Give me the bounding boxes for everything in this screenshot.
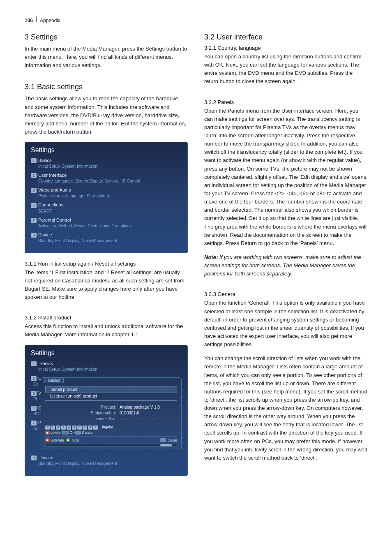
panel2-dialog-select: Install product License (unlock) product (45, 386, 177, 401)
panel1-item-badge: 7 (31, 218, 37, 223)
panel1-item: 7Parental ControlActivation, Method, Med… (31, 217, 182, 228)
footer-close-chip: ← (160, 438, 166, 442)
panel2-kv-product: Product: Analog package V 1.0 (45, 405, 177, 409)
digit-badge: 9 (93, 426, 98, 430)
panel2-item-1-head: Basics (39, 361, 53, 366)
digit-badge: 0 (45, 426, 50, 430)
digit-badge: 2 (56, 426, 60, 430)
heading-3-2-2: 3.2.2 Panels (204, 99, 367, 105)
heading-3-1-2: 3.1.2 Install product (25, 314, 188, 321)
heading-3-1-basic: 3.1 Basic settings (25, 83, 188, 91)
note-label: Note: (204, 254, 218, 260)
panel2-dialog-tab: Basics (44, 377, 64, 383)
para-3-2-1: You can open a country list using the di… (204, 53, 367, 86)
panel2-dialog-opt1: Install product (45, 386, 177, 393)
panel2-dialog-opt2: License (unlock) product (45, 393, 177, 400)
panel1-item-head: User Interface (38, 173, 67, 178)
panel2-digits-row: 0123456789 Eingabe (45, 425, 177, 430)
para-note: Note: If you are working with two screen… (204, 253, 367, 278)
footer-green-chip: ■ (66, 438, 70, 442)
digit-badge: 8 (88, 426, 92, 430)
settings-panel-screenshot-2: Settings 1 Basics Initial Setup, System … (25, 345, 188, 476)
heading-3-2-1: 3.2.1 Country, language (204, 45, 367, 51)
heading-3-1-1: 3.1.1 Run initial setup again / Reset al… (25, 261, 188, 267)
digit-badge: 3 (61, 426, 66, 430)
settings-panel-screenshot-1: Settings 1BasicsInitial Setup, System In… (25, 142, 188, 253)
panel1-item-badge: 2 (31, 173, 37, 178)
heading-3-2-ui: 3.2 User interface (204, 33, 367, 42)
panel2-item-8-head: Device (39, 455, 53, 460)
heading-3-settings: 3 Settings (25, 33, 188, 42)
para-3-2-3b: You can change the scroll direction of l… (204, 354, 367, 462)
panel1-item-badge: 8 (31, 233, 37, 238)
header-divider (36, 16, 37, 22)
panel2-dialog: Basics Install product License (unlock) … (41, 377, 182, 450)
panel2-item-device: 8 Device Standby, Front Display, Noise M… (31, 455, 182, 466)
panel2-slider (45, 444, 177, 446)
panel1-item-badge: 4 (31, 203, 37, 208)
ok-chip: OK (62, 431, 69, 435)
panel1-title: Settings (31, 146, 182, 154)
digit-badge: 1 (51, 426, 55, 430)
panel2-item-basics: 1 Basics Initial Setup, System Informati… (31, 361, 182, 372)
header-section: Appendix (40, 18, 60, 23)
panel1-item: 8DeviceStandby, Front Display, Noise Man… (31, 232, 182, 243)
cancel-chip: ← (75, 431, 81, 435)
panel1-item: 3Video and AudioPicture format, Language… (31, 187, 182, 198)
heading-3-2-3: 3.2.3 General (204, 291, 367, 297)
panel1-item-head: Basics (38, 158, 51, 163)
digit-badge: 6 (77, 426, 82, 430)
left-column: 3 Settings In the main menu of the Media… (25, 33, 188, 483)
panel1-item-sub: Picture format, Language, Start melody (31, 194, 182, 198)
panel2-footer-row: ■activate ■hide ←Close (45, 436, 177, 442)
panel2-item-1-badge: 1 (31, 361, 37, 366)
panel2-item-1-sub: Initial Setup, System Information (31, 367, 182, 372)
panel2-item-4-trunc: 4Co SC (31, 405, 41, 416)
panel1-item-head: Device (38, 232, 52, 237)
panel1-item: 1BasicsInitial Setup, System Information (31, 158, 182, 169)
panel2-kv-serial: Serialnumber: 0100001-0 (45, 411, 177, 415)
para-3-2-2: Open the Panels menu from the User inter… (204, 107, 367, 247)
para-3-1-2: Access this function to install and unlo… (25, 322, 188, 339)
panel1-item-sub: Country, Language, Screen Display, Gener… (31, 179, 182, 183)
panel2-kv-licence: Licence No.: . . . . . - . . . . . - . .… (45, 416, 177, 421)
page-number: 106 (25, 18, 33, 23)
digit-badge: 7 (83, 426, 87, 430)
delete-chip: ■ (45, 431, 50, 435)
page-header: 106 Appendix (25, 16, 60, 23)
panel1-item-head: Parental Control (38, 217, 71, 222)
panel2-item-7-trunc: 7Pa Ac (31, 420, 41, 431)
para-3-1-basic: The basic settings allow you to read the… (25, 95, 188, 136)
panel2-item-2-trunc: 2Us Co (31, 376, 41, 386)
panel1-item-sub: Initial Setup, System Information (31, 164, 182, 169)
panel1-item-sub: Standby, Front Display, Noise Management (31, 238, 182, 243)
digit-badge: 5 (72, 426, 76, 430)
two-column-layout: 3 Settings In the main menu of the Media… (25, 33, 367, 483)
note-body: If you are working with two screens, mak… (204, 254, 361, 277)
panel1-item: 2User InterfaceCountry, Language, Screen… (31, 173, 182, 183)
panel1-item-head: Video and Audio (38, 187, 71, 192)
panel2-btn-row: ■delete OKOk ←Cancel (45, 430, 177, 435)
panel1-item-sub: SCART (31, 209, 182, 213)
para-3-1-1: The items ‘1 First installation’ and ‘2 … (25, 268, 188, 302)
digit-badge: 4 (67, 426, 71, 430)
panel2-item-8-badge: 8 (31, 456, 37, 460)
panel2-item-8-sub: Standby, Front Display, Noise Management (31, 461, 182, 466)
panel1-item-badge: 1 (31, 158, 37, 163)
footer-red-chip: ■ (45, 438, 50, 442)
panel1-item-sub: Activation, Method, Media, Restrictions,… (31, 224, 182, 228)
right-column: 3.2 User interface 3.2.1 Country, langua… (204, 33, 367, 483)
panel1-item-badge: 3 (31, 188, 37, 193)
panel1-item-head: Connections (38, 202, 63, 207)
para-3-2-3a: Open the function ‘General’. This option… (204, 299, 367, 349)
panel2-title: Settings (31, 349, 182, 357)
panel2-slider-thumb (160, 444, 172, 446)
panel1-item: 4ConnectionsSCART (31, 202, 182, 213)
panel2-item-3-trunc: 3Vi Pi (31, 391, 41, 401)
para-3-settings: In the main menu of the Media Manager, p… (25, 45, 188, 69)
